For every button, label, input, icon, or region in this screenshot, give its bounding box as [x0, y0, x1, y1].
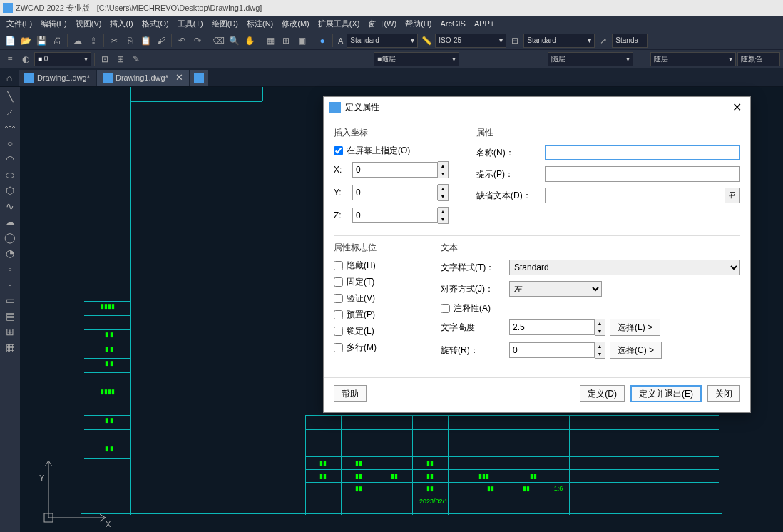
tabbar: ⌂ Drawing1.dwg* Drawing1.dwg* ✕ [0, 68, 783, 87]
menu-item[interactable]: 修改(M) [278, 17, 313, 31]
block-icon[interactable]: ▣ [295, 34, 309, 48]
menu-item[interactable]: 文件(F) [3, 17, 36, 31]
rotate-input[interactable]: ▲▼ [509, 342, 605, 359]
select-height-button[interactable]: 选择(L) > [610, 319, 660, 336]
text-icon[interactable]: ⊞ [3, 325, 17, 338]
save-icon[interactable]: 💾 [34, 34, 48, 48]
style-select[interactable]: Standard [509, 260, 740, 275]
align-select[interactable]: 左 [509, 281, 602, 297]
block-insert-icon[interactable]: ⊡ [98, 52, 112, 66]
cloud-icon[interactable]: ☁ [3, 215, 17, 228]
menu-item[interactable]: 编辑(E) [37, 17, 71, 31]
select-rotate-button[interactable]: 选择(C) > [610, 342, 662, 359]
dim-style-combo[interactable]: ISO-25▾ [435, 34, 506, 48]
linetype-combo[interactable]: 随层▾ [548, 52, 633, 66]
table-style-icon[interactable]: ⊟ [508, 34, 522, 48]
cut-icon[interactable]: ✂ [107, 34, 121, 48]
menu-item[interactable]: 窗口(W) [364, 17, 400, 31]
undo-icon[interactable]: ↶ [175, 34, 189, 48]
rect-icon[interactable]: ▭ [3, 294, 17, 307]
copy-icon[interactable]: ⎘ [123, 34, 137, 48]
flag-verify-checkbox[interactable]: 验证(V) [334, 292, 426, 305]
default-input[interactable] [545, 188, 720, 203]
block-icon[interactable]: ▫ [3, 262, 17, 275]
flag-preset-checkbox[interactable]: 预置(P) [334, 309, 426, 321]
ellipse-icon[interactable]: ⬭ [3, 168, 17, 181]
color-combo[interactable]: ■ 随层▾ [374, 52, 459, 66]
prop-icon[interactable]: ● [315, 34, 329, 48]
spline-icon[interactable]: ∿ [3, 200, 17, 213]
layer-combo[interactable]: ■ 0▾ [34, 52, 91, 66]
hatch-icon[interactable]: ▤ [3, 310, 17, 322]
name-input[interactable] [545, 145, 740, 160]
point-icon[interactable]: · [3, 278, 17, 291]
menu-item[interactable]: 工具(T) [174, 17, 207, 31]
y-input[interactable]: ▲▼ [352, 184, 449, 201]
close-icon[interactable]: ✕ [730, 101, 744, 114]
z-input[interactable]: ▲▼ [352, 207, 449, 224]
match-icon[interactable]: 🖌 [154, 34, 168, 48]
help-button[interactable]: 帮助 [334, 385, 367, 402]
block-edit-icon[interactable]: ✎ [129, 52, 143, 66]
redo-icon[interactable]: ↷ [190, 34, 205, 48]
share-icon[interactable]: ⇪ [86, 34, 101, 48]
tab-drawing1-inactive[interactable]: Drawing1.dwg* [19, 70, 96, 86]
annotative-checkbox[interactable]: 注释性(A) [441, 302, 740, 314]
text-style-combo[interactable]: Standard▾ [347, 34, 418, 48]
dim-icon[interactable]: 📏 [419, 34, 434, 48]
ray-icon[interactable]: ⟋ [3, 106, 17, 118]
new-icon[interactable]: 📄 [3, 34, 17, 48]
prompt-input[interactable] [545, 166, 740, 182]
lineweight-combo[interactable]: 随层▾ [650, 52, 736, 66]
table-icon[interactable]: ⊞ [279, 34, 293, 48]
tab-home-icon[interactable]: ⌂ [1, 71, 17, 84]
erase-icon[interactable]: ⌫ [211, 34, 225, 48]
line-icon[interactable]: ╲ [3, 90, 17, 103]
leader-icon[interactable]: ↗ [596, 34, 610, 48]
other-combo[interactable]: Standa [612, 34, 648, 48]
cloud-icon[interactable]: ☁ [71, 34, 85, 48]
close-icon[interactable]: ✕ [175, 72, 183, 83]
menu-item[interactable]: 标注(N) [243, 17, 277, 31]
paste-icon[interactable]: 📋 [138, 34, 153, 48]
zoom-icon[interactable]: 🔍 [227, 34, 241, 48]
specify-onscreen-checkbox[interactable]: 在屏幕上指定(O) [334, 145, 462, 157]
menu-item[interactable]: 帮助(H) [401, 17, 435, 31]
donut-icon[interactable]: ◯ [3, 231, 17, 244]
revcloud-icon[interactable]: ◔ [3, 247, 17, 260]
arc-icon[interactable]: ◠ [3, 153, 17, 165]
pline-icon[interactable]: 〰 [3, 121, 17, 134]
tab-drawing1-active[interactable]: Drawing1.dwg* ✕ [97, 70, 189, 86]
close-button[interactable]: 关闭 [707, 385, 740, 402]
x-input[interactable]: ▲▼ [352, 161, 449, 178]
define-button[interactable]: 定义(D) [580, 385, 625, 402]
plot-color-combo[interactable]: 随颜色 [737, 52, 780, 66]
region-icon[interactable]: ▦ [3, 341, 17, 354]
layer-state-icon[interactable]: ◐ [19, 52, 33, 66]
layer-mgr-icon[interactable]: ≡ [3, 52, 17, 66]
open-icon[interactable]: 📂 [19, 34, 33, 48]
flag-hidden-checkbox[interactable]: 隐藏(H) [334, 260, 426, 272]
height-input[interactable]: ▲▼ [509, 319, 605, 336]
pan-icon[interactable]: ✋ [242, 34, 257, 48]
tab-new[interactable] [190, 70, 208, 86]
menu-item[interactable]: 插入(I) [106, 17, 136, 31]
flag-lock-checkbox[interactable]: 锁定(L) [334, 325, 426, 337]
print-icon[interactable]: 🖨 [50, 34, 64, 48]
menu-item[interactable]: 扩展工具(X) [314, 17, 364, 31]
insert-field-button[interactable]: 召 [725, 188, 740, 203]
grid-icon[interactable]: ▦ [263, 34, 277, 48]
flag-multi-checkbox[interactable]: 多行(M) [334, 342, 426, 354]
menu-item[interactable]: 格式(O) [138, 17, 173, 31]
block-create-icon[interactable]: ⊞ [113, 52, 128, 66]
table-style-combo[interactable]: Standard▾ [523, 34, 595, 48]
menu-item[interactable]: 视图(V) [72, 17, 106, 31]
flag-fixed-checkbox[interactable]: 固定(T) [334, 276, 426, 288]
menu-item[interactable]: 绘图(D) [208, 17, 242, 31]
menu-item[interactable]: APP+ [471, 18, 498, 29]
circle-icon[interactable]: ○ [3, 137, 17, 150]
polygon-icon[interactable]: ⬡ [3, 184, 17, 197]
dialog-titlebar[interactable]: 定义属性 ✕ [324, 97, 750, 118]
define-exit-button[interactable]: 定义并退出(E) [630, 385, 702, 402]
menu-item[interactable]: ArcGIS [436, 18, 469, 29]
